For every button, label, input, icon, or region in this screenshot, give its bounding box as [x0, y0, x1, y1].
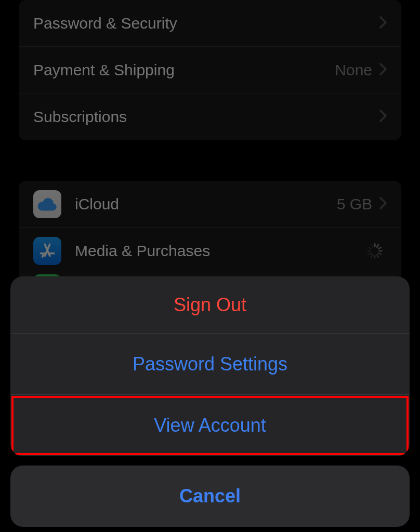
svg-rect-10 [368, 246, 372, 250]
svg-rect-5 [376, 254, 379, 258]
action-password-settings[interactable]: Password Settings [10, 334, 410, 395]
action-view-account[interactable]: View Account [10, 395, 410, 456]
row-media-purchases[interactable]: Media & Purchases [19, 228, 401, 274]
row-icloud[interactable]: iCloud 5 GB [19, 181, 401, 228]
row-label: iCloud [75, 195, 337, 213]
svg-rect-4 [377, 252, 382, 256]
action-label: Password Settings [133, 353, 287, 375]
svg-rect-2 [377, 246, 382, 250]
settings-group-services: iCloud 5 GB Media & Purchases [19, 181, 401, 290]
svg-rect-8 [368, 252, 372, 256]
chevron-right-icon [379, 15, 387, 32]
svg-rect-11 [370, 244, 374, 248]
row-label: Password & Security [33, 15, 379, 32]
action-label: Sign Out [174, 294, 246, 316]
row-label: Subscriptions [33, 108, 379, 126]
icloud-icon [33, 190, 61, 218]
svg-rect-1 [376, 244, 379, 248]
row-label: Media & Purchases [75, 242, 366, 260]
row-label: Payment & Shipping [33, 61, 335, 79]
svg-rect-6 [374, 255, 376, 259]
action-sheet-options: Sign Out Password Settings View Account [10, 276, 410, 456]
row-value: 5 GB [337, 195, 372, 213]
action-sign-out[interactable]: Sign Out [10, 276, 410, 334]
cancel-label: Cancel [179, 485, 241, 507]
chevron-right-icon [379, 61, 387, 79]
svg-rect-3 [378, 250, 383, 251]
row-password-security[interactable]: Password & Security [19, 0, 401, 47]
row-value: None [335, 61, 372, 79]
action-sheet: Sign Out Password Settings View Account … [0, 276, 420, 532]
action-label: View Account [154, 415, 266, 436]
settings-group-account: Password & Security Payment & Shipping N… [19, 0, 401, 140]
chevron-right-icon [379, 108, 387, 126]
action-cancel[interactable]: Cancel [10, 466, 410, 527]
svg-rect-0 [374, 243, 376, 247]
chevron-right-icon [379, 195, 387, 213]
spinner-icon [366, 242, 384, 260]
svg-rect-7 [370, 254, 374, 258]
row-subscriptions[interactable]: Subscriptions [19, 94, 401, 140]
svg-rect-9 [367, 250, 371, 251]
appstore-icon [33, 237, 61, 265]
settings-background: Password & Security Payment & Shipping N… [0, 0, 420, 290]
row-payment-shipping[interactable]: Payment & Shipping None [19, 47, 401, 94]
